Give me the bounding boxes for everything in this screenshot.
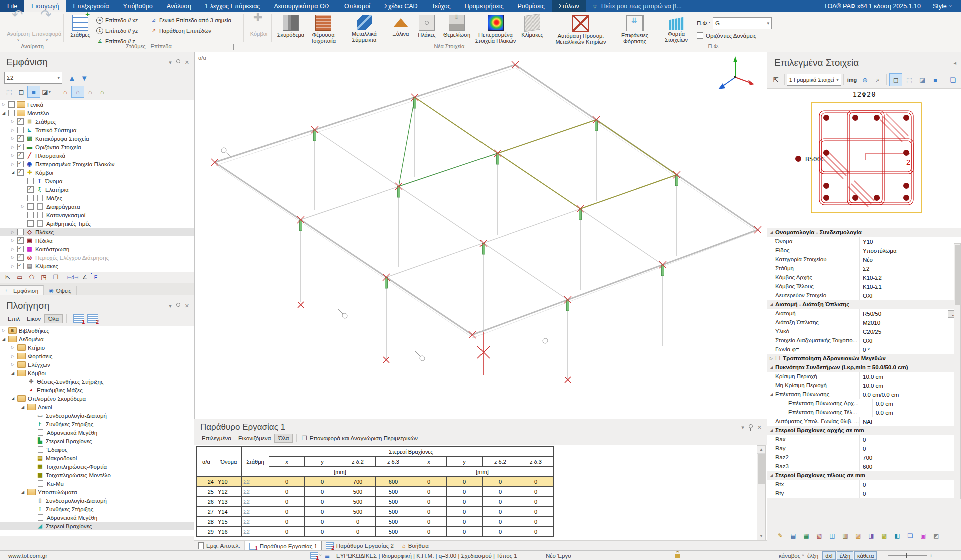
menu-item[interactable]: Στύλων	[552, 0, 586, 12]
property-row[interactable]: ◢ Στερεοί Βραχίονες τέλους σε mm ...	[767, 471, 961, 480]
grid-toggle[interactable]: κάναβος	[779, 553, 800, 559]
model-viewport[interactable]: α/α	[194, 52, 767, 419]
work-window-1-icon[interactable]	[73, 314, 84, 323]
property-value[interactable]: Σ2	[860, 266, 961, 272]
property-row[interactable]: Rty 0 ...	[767, 489, 961, 498]
expander-icon[interactable]	[2, 102, 8, 107]
property-value[interactable]: 10.0 cm	[860, 383, 961, 389]
property-row[interactable]: ◢ Πυκνότητα Συνδετήρων (Lκρ,min = 50.0/5…	[767, 363, 961, 372]
property-value[interactable]: 700	[860, 455, 961, 461]
property-row[interactable]: Rax 0 ...	[767, 435, 961, 444]
tree-item[interactable]: ◢ Στερεοί Βραχίονες	[0, 522, 194, 530]
property-row[interactable]: Επέκταση Πύκνωσης Τέλ... 0.0 cm ...	[767, 408, 961, 417]
tree-item[interactable]: Μοντέλο	[0, 109, 194, 117]
tree-item[interactable]: ▦ Τοιχοπληρώσεις-Φορτία	[0, 462, 194, 471]
property-row[interactable]: Διάταξη Όπλισης M2010 ...	[767, 318, 961, 327]
tree-item[interactable]: ▤ Κλίμακες	[0, 262, 194, 270]
tree-item[interactable]: ▯ Συνδεσμολογία-Διατομή	[0, 496, 194, 505]
expander-icon[interactable]	[11, 230, 17, 234]
timber-button[interactable]: Ξύλινα	[388, 14, 413, 37]
tree-item[interactable]: ▤ Μακροδοκοί	[0, 454, 194, 462]
property-row[interactable]: Είδος Υποστύλωμα ...	[767, 246, 961, 255]
pan-icon[interactable]: ⊕	[859, 74, 871, 86]
checkbox-icon[interactable]	[17, 152, 24, 159]
website-link[interactable]: www.tol.com.gr	[8, 551, 47, 560]
menu-item[interactable]: Προμετρήσεις	[458, 0, 511, 12]
property-value[interactable]: K10-Σ2	[860, 275, 961, 281]
expander-icon[interactable]	[11, 247, 17, 251]
snap-mode-toggle[interactable]: έλξη	[837, 551, 853, 560]
view-wireframe-icon[interactable]: ◻	[889, 73, 902, 86]
tree-item[interactable]: ✚ Θέσεις-Συνθήκες Στήριξης	[0, 377, 194, 386]
expander-icon[interactable]	[11, 264, 17, 268]
horizontal-forces-checkbox[interactable]: Οριζόντιες Δυνάμεις	[697, 32, 756, 39]
nodes-button[interactable]: Κόμβοι	[246, 14, 271, 37]
checkbox-icon[interactable]	[17, 161, 24, 167]
view-hidden-icon[interactable]: ◪	[916, 74, 928, 86]
lock-icon[interactable]	[675, 551, 680, 560]
tool-icon[interactable]: ▨	[852, 531, 864, 540]
level-combo[interactable]: Σ2 ▾	[4, 72, 62, 84]
style-menu-button[interactable]: Style˅	[933, 0, 952, 12]
close-icon[interactable]: ✕	[185, 303, 189, 309]
tree-item[interactable]: ▩ Τοιχοπληρώσεις-Μοντέλο	[0, 471, 194, 479]
tree-item[interactable]: Φορτίσεις	[0, 352, 194, 360]
scroll-down-icon[interactable]: ▼	[757, 532, 765, 540]
tree-item[interactable]: ◕ Επικόμβιες Μάζες	[0, 386, 194, 394]
menu-item[interactable]: Έλεγχος Επάρκειας	[198, 0, 267, 12]
properties-scrollbar[interactable]	[954, 243, 961, 499]
property-row[interactable]: Όνομα Y10 ...	[767, 237, 961, 246]
general-plane-button[interactable]: ⊿Γενικό Επίπεδο από 3 σημεία	[150, 15, 231, 25]
menu-item[interactable]: Επεξεργασία	[66, 0, 116, 12]
stathmes-button[interactable]: Στάθμες	[66, 14, 94, 38]
property-row[interactable]: Αυτόματος Υπολ. Γωνίας θλιβ. ... ΝΑΙ ...	[767, 417, 961, 426]
checkbox-icon[interactable]	[27, 178, 34, 184]
property-value[interactable]: 0	[860, 437, 961, 443]
table-scrollbar[interactable]: ▲ ▼	[757, 445, 766, 540]
slabs-button[interactable]: Πλάκες	[413, 14, 440, 38]
tree-item[interactable]: ◇ Πλάκες	[0, 228, 194, 236]
checkbox-icon[interactable]	[17, 127, 24, 133]
tool-icon[interactable]: ❏	[904, 531, 916, 540]
checkbox-icon[interactable]	[27, 203, 34, 210]
tree-item[interactable]: ▙ Στερεοί Βραχίονες	[0, 437, 194, 445]
tree-item[interactable]: Διαφράγματα	[0, 202, 194, 211]
tree-item[interactable]: Υποστυλώματα	[0, 488, 194, 496]
checkbox-icon[interactable]	[27, 212, 34, 218]
tree-item[interactable]: ▭ Συνδεσμολογία-Διατομή	[0, 411, 194, 420]
tool-icon[interactable]: ▤	[787, 531, 799, 540]
tell-me-search[interactable]: ☼ Πείτε μου πως μπορώ να β...	[592, 0, 682, 12]
solid-model-icon[interactable]: ⌂	[84, 86, 96, 97]
frame-model-icon[interactable]: ⌂	[59, 86, 71, 97]
checkbox-icon[interactable]	[17, 118, 24, 125]
expander-icon[interactable]	[11, 345, 17, 350]
property-row[interactable]: Rtx 0 ...	[767, 480, 961, 489]
select-polygon-icon[interactable]: ⬠	[26, 273, 37, 282]
numeric-values-icon[interactable]: E	[91, 273, 100, 281]
expander-icon[interactable]	[11, 145, 17, 149]
tab-results[interactable]: Εμφ. Αποτελ.	[194, 541, 245, 551]
expander-icon[interactable]	[21, 490, 27, 494]
tree-item[interactable]: ⊦ Συνθήκες Στήριξης	[0, 420, 194, 428]
pin-icon[interactable]	[176, 303, 180, 309]
property-row[interactable]: Κόμβος Τέλους K10-Σ1 ...	[767, 282, 961, 291]
property-row[interactable]: Υλικό C20/25 ...	[767, 327, 961, 336]
checkbox-icon[interactable]	[8, 101, 15, 108]
pin-icon[interactable]	[176, 59, 180, 66]
close-icon[interactable]: ✕	[185, 59, 189, 66]
property-row[interactable]: Κρίσιμη Περιοχή 10.0 cm ...	[767, 372, 961, 381]
tree-item[interactable]: Καταναγκασμοί	[0, 211, 194, 219]
tree-item[interactable]: ▣ Πέδιλα	[0, 236, 194, 245]
tab-work-window-1[interactable]: Παράθυρο Εργασίας 1	[245, 541, 322, 551]
collapse-left-icon[interactable]: ◂	[953, 60, 956, 66]
property-row[interactable]: Δευτερεύον Στοιχείο ΟΧΙ ...	[767, 291, 961, 300]
tab-display[interactable]: ≔Εμφάνιση	[0, 285, 44, 295]
chevron-down-icon[interactable]: ▾	[741, 424, 744, 431]
tree-item[interactable]: Αδρανειακά Μεγέθη	[0, 513, 194, 522]
property-row[interactable]: Raz3 600 ...	[767, 462, 961, 471]
tree-item[interactable]: ⊺ Συνθήκες Στήριξης	[0, 505, 194, 513]
property-value[interactable]: Υποστύλωμα	[860, 248, 961, 254]
property-value[interactable]: 0	[860, 491, 961, 497]
tree-item[interactable]: Έδαφος	[0, 445, 194, 454]
chevron-down-icon[interactable]: ˅	[319, 553, 322, 558]
